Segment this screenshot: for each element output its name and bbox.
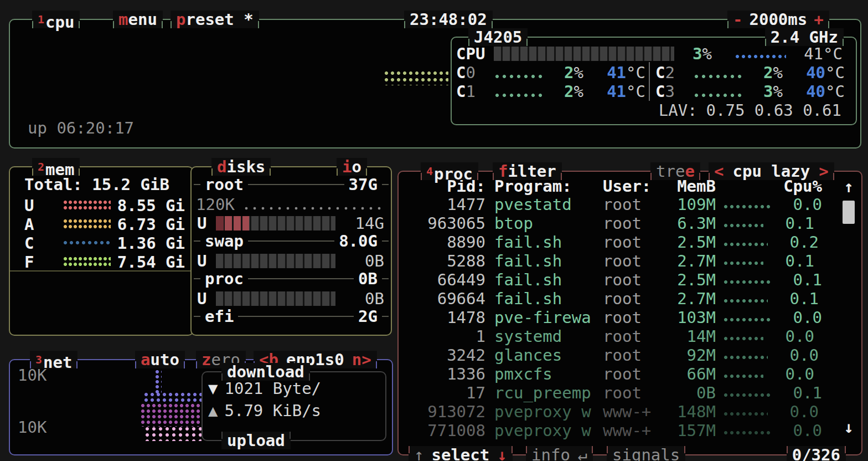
scroll-down-icon[interactable]: ↓ bbox=[844, 418, 854, 437]
tab-proc[interactable]: 4proc bbox=[421, 162, 478, 180]
process-row[interactable]: 1478 pve-firewa root 103M 0.0 bbox=[400, 308, 839, 327]
mem-tab-hotkey: 2 bbox=[38, 160, 44, 173]
process-mem: 92M bbox=[655, 346, 716, 365]
process-pid: 69664 bbox=[400, 289, 485, 308]
process-pid: 1 bbox=[400, 327, 485, 346]
tab-net[interactable]: 3net bbox=[30, 351, 78, 368]
net-tab-label: net bbox=[43, 353, 72, 372]
process-row[interactable]: 8890 fail.sh root 2.5M 0.2 bbox=[400, 233, 839, 252]
scroll-up-icon[interactable]: ↑ bbox=[844, 177, 854, 196]
process-row[interactable]: 1 systemd root 14M 0.0 bbox=[400, 327, 839, 346]
process-row[interactable]: 1477 pvestatd root 109M 0.0 bbox=[400, 195, 839, 214]
core3-label: C3 bbox=[655, 82, 675, 101]
process-cpu: 0.0 bbox=[763, 365, 814, 383]
upload-speed: ▲5.79 KiB/s bbox=[208, 401, 321, 420]
tab-mem[interactable]: 2mem bbox=[32, 158, 80, 176]
process-user: www-+ bbox=[603, 402, 655, 421]
disk-proc-header: proc0B bbox=[194, 270, 389, 287]
preset-button[interactable]: preset * bbox=[170, 11, 259, 28]
io-label: o bbox=[352, 157, 361, 176]
iface-next-button[interactable]: n> bbox=[352, 350, 371, 369]
process-name: rcu_preemp bbox=[494, 383, 594, 402]
process-mem: 0B bbox=[655, 383, 716, 402]
process-row[interactable]: 17 rcu_preemp root 0B 0.1 bbox=[400, 383, 839, 402]
sort-prev-button[interactable]: < bbox=[714, 162, 724, 181]
process-mem: 66M bbox=[655, 365, 716, 383]
signals-button[interactable]: signals bbox=[607, 446, 685, 461]
disks-panel: disks io root37G 120K U 14G swap8.0G U 0… bbox=[190, 166, 392, 336]
process-row[interactable]: 771008 pveproxy w www-+ 157M 0.0 bbox=[400, 421, 839, 440]
mem-free-value: 7.54 Gi bbox=[117, 253, 185, 272]
core1-percent: 2% bbox=[539, 82, 583, 101]
cpu-total-meter bbox=[494, 47, 674, 61]
process-user: root bbox=[603, 195, 655, 214]
process-mem: 2.7M bbox=[655, 252, 716, 270]
process-row[interactable]: 1336 pmxcfs root 66M 0.0 bbox=[400, 365, 839, 383]
select-down-icon[interactable]: ↓ bbox=[497, 445, 507, 461]
process-name: pve-firewa bbox=[494, 308, 594, 327]
disk-root-used-value: 14G bbox=[355, 214, 384, 233]
sort-next-button[interactable]: > bbox=[819, 162, 828, 181]
clock-value: 23:48:02 bbox=[410, 10, 487, 29]
scrollbar-thumb[interactable] bbox=[843, 201, 855, 224]
process-row[interactable]: 963065 btop root 6.3M 0.1 bbox=[400, 214, 839, 233]
process-row[interactable]: 69664 fail.sh root 2.7M 0.1 bbox=[400, 289, 839, 308]
interval-increase-button[interactable]: + bbox=[814, 10, 823, 29]
core2-temp: 40°C bbox=[789, 63, 845, 82]
menu-button[interactable]: menu bbox=[113, 11, 163, 28]
process-cpu: 0.0 bbox=[763, 327, 814, 346]
disk-proc-used-key: U bbox=[197, 289, 206, 308]
menu-hotkey: m bbox=[118, 10, 128, 29]
info-button[interactable]: info↵ bbox=[526, 446, 593, 461]
select-control[interactable]: ↑select↓ bbox=[409, 446, 513, 461]
process-cpu-graph bbox=[724, 431, 771, 436]
selection-position: 0/326 bbox=[787, 446, 846, 461]
disks-label: isks bbox=[226, 157, 265, 176]
process-user: root bbox=[603, 289, 655, 308]
tree-hotkey: e bbox=[685, 162, 694, 181]
process-row[interactable]: 3242 glances root 92M 0.0 bbox=[400, 346, 839, 365]
mem-row-free: F 7.54 Gi bbox=[10, 253, 193, 272]
process-pid: 1336 bbox=[400, 365, 485, 383]
process-user: root bbox=[603, 308, 655, 327]
process-row[interactable]: 913072 pveproxy w www-+ 148M 0.0 bbox=[400, 402, 839, 421]
cpu-total-percent: 3% bbox=[662, 44, 712, 63]
process-cpu-graph bbox=[724, 280, 771, 285]
io-mode-button[interactable]: io bbox=[337, 158, 367, 176]
filter-hotkey: f bbox=[498, 162, 508, 181]
cpu-tab-hotkey: 1 bbox=[38, 13, 44, 26]
core1-graph bbox=[495, 93, 544, 98]
tree-toggle-button[interactable]: tree bbox=[650, 162, 700, 180]
mem-used-graph bbox=[63, 200, 111, 211]
mem-free-graph bbox=[63, 257, 111, 268]
process-mem: 2.5M bbox=[655, 270, 716, 289]
upload-title: upload bbox=[221, 432, 291, 449]
header-user[interactable]: User: bbox=[603, 177, 655, 195]
uptime-label: up 06:20:17 bbox=[28, 119, 134, 137]
core0-label: C0 bbox=[456, 63, 476, 82]
process-cpu-graph bbox=[724, 242, 768, 248]
process-row[interactable]: 5288 fail.sh root 2.7M 0.1 bbox=[400, 252, 839, 270]
load-average: LAV:0.75 0.63 0.61 bbox=[659, 101, 841, 120]
tree-label: tre bbox=[656, 162, 685, 181]
disks-title[interactable]: disks bbox=[211, 158, 271, 176]
cpu-usage-graph bbox=[384, 71, 448, 85]
process-row[interactable]: 66449 fail.sh root 2.5M 0.1 bbox=[400, 270, 839, 289]
net-graph-download bbox=[144, 392, 203, 403]
disk-swap-used-meter bbox=[216, 254, 335, 268]
select-up-icon[interactable]: ↑ bbox=[414, 445, 423, 461]
process-name: fail.sh bbox=[494, 270, 594, 289]
interval-decrease-button[interactable]: - bbox=[733, 10, 742, 29]
filter-button[interactable]: filter bbox=[493, 162, 562, 180]
preset-label: reset * bbox=[185, 10, 253, 29]
process-user: root bbox=[603, 233, 655, 252]
signals-label: signals bbox=[612, 445, 680, 461]
process-pid: 66449 bbox=[400, 270, 485, 289]
tab-cpu[interactable]: 1cpu bbox=[32, 11, 80, 28]
disk-efi-header: efi2G bbox=[194, 308, 389, 325]
process-pid: 5288 bbox=[400, 252, 485, 270]
process-pid: 913072 bbox=[400, 402, 485, 421]
process-cpu-graph bbox=[724, 261, 763, 267]
net-auto-button[interactable]: auto bbox=[135, 351, 185, 368]
process-name: pveproxy w bbox=[494, 402, 594, 421]
